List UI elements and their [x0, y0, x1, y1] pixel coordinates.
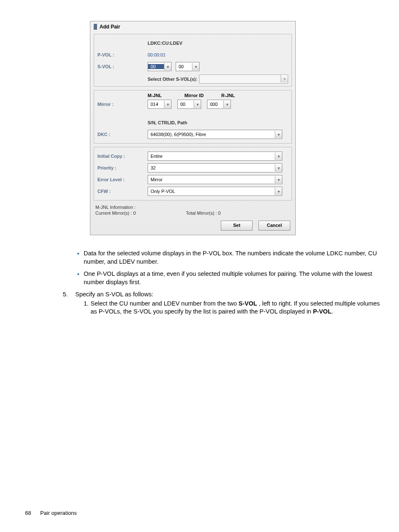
mjnl-info-label: M-JNL Information : — [95, 205, 136, 210]
ldkc-header: LDKC:CU:LDEV — [148, 41, 182, 46]
options-section: Initial Copy : Entire Priority : 32 Erro… — [94, 147, 292, 200]
mirrorid-select[interactable]: 00 — [177, 100, 201, 109]
dkc-select[interactable]: 64038(00), 6(P9500), Fibre — [148, 130, 282, 139]
current-mirrors: Current Mirror(s) : 0 — [95, 211, 136, 216]
mjnl-select[interactable]: 014 — [148, 100, 171, 109]
error-level-label: Error Level : — [97, 177, 148, 182]
chevron-down-icon — [194, 100, 201, 108]
dialog-titlebar: Add Pair — [90, 21, 295, 32]
dialog-title: Add Pair — [100, 24, 120, 30]
pvol-label: P-VOL : — [97, 52, 148, 57]
bullet-1: Data for the selected volume displays in… — [84, 249, 385, 266]
rjnl-header: R-JNL — [221, 93, 235, 98]
svol-ldev-select[interactable]: 00 — [176, 62, 200, 71]
cancel-button[interactable]: Cancel — [258, 221, 290, 231]
set-button[interactable]: Set — [221, 221, 253, 231]
sn-ctrlid-path-header: S/N, CTRLID, Path — [148, 120, 187, 125]
sub1-part-a: Select the CU number and LDEV number fro… — [91, 300, 239, 307]
priority-label: Priority : — [97, 165, 148, 170]
sub1-part-c: . — [332, 308, 333, 315]
mjnl-value: 014 — [148, 102, 164, 107]
step5-text: Specify an S-VOL as follows: — [75, 290, 153, 299]
substep1-number: 1. — [84, 300, 91, 316]
chevron-down-icon — [275, 188, 282, 195]
sub1-bold-pvol: P-VOL — [313, 308, 331, 315]
select-other-svol-dropdown[interactable] — [199, 75, 288, 84]
priority-select[interactable]: 32 — [148, 163, 282, 172]
cfw-label: CFW : — [97, 189, 148, 194]
chevron-down-icon — [275, 152, 282, 160]
mirrorid-header: Mirror ID — [184, 93, 210, 98]
mjnl-header: M-JNL — [148, 93, 173, 98]
rjnl-value: 000 — [207, 102, 223, 107]
total-mirrors: Total Mirror(s) : 0 — [186, 211, 221, 216]
volume-section: LDKC:CU:LDEV P-VOL : 00:00:01 S-VOL : 00… — [94, 34, 292, 87]
priority-value: 32 — [148, 165, 275, 170]
dkc-value: 64038(00), 6(P9500), Fibre — [148, 132, 275, 137]
chevron-down-icon — [164, 100, 171, 108]
bullet-2: One P-VOL displays at a time, even if yo… — [84, 270, 385, 286]
sub1-bold-svol: S-VOL — [238, 300, 257, 307]
rjnl-select[interactable]: 000 — [207, 100, 231, 109]
page-number: 68 — [25, 510, 31, 516]
mjnl-information: M-JNL Information : Current Mirror(s) : … — [95, 205, 290, 216]
svol-ldev-value: 00 — [176, 64, 192, 69]
svol-label: S-VOL : — [97, 64, 148, 69]
mirrorid-value: 00 — [178, 102, 194, 107]
title-marker-icon — [94, 24, 97, 30]
chevron-down-icon — [164, 63, 171, 70]
mirror-section: M-JNL Mirror ID R-JNL Mirror : 014 00 00… — [94, 90, 292, 144]
footer-section: Pair operations — [40, 510, 77, 516]
error-level-value: Mirror — [148, 177, 275, 182]
chevron-down-icon — [281, 75, 288, 82]
add-pair-dialog: Add Pair LDKC:CU:LDEV P-VOL : 00:00:01 S… — [90, 21, 296, 235]
chevron-down-icon — [275, 176, 282, 183]
pvol-value: 00:00:01 — [148, 52, 166, 57]
page-footer: 68 Pair operations — [25, 510, 77, 516]
step5-number: 5. — [63, 290, 75, 299]
document-body: Data for the selected volume displays in… — [50, 249, 385, 316]
error-level-select[interactable]: Mirror — [148, 175, 282, 184]
initial-copy-value: Entire — [148, 154, 275, 159]
mirror-label: Mirror : — [97, 102, 148, 107]
cfw-select[interactable]: Only P-VOL — [148, 187, 282, 196]
initial-copy-label: Initial Copy : — [97, 154, 148, 159]
substep1-text: Select the CU number and LDEV number fro… — [91, 300, 385, 316]
dkc-label: DKC : — [97, 132, 148, 137]
chevron-down-icon — [192, 63, 199, 70]
svol-cu-select[interactable]: 00 — [148, 62, 171, 71]
cfw-value: Only P-VOL — [148, 189, 275, 194]
chevron-down-icon — [275, 131, 282, 138]
chevron-down-icon — [275, 164, 282, 172]
chevron-down-icon — [223, 100, 230, 108]
svol-cu-value: 00 — [148, 64, 164, 69]
select-other-svol-label: Select Other S-VOL(s): — [148, 77, 197, 82]
initial-copy-select[interactable]: Entire — [148, 152, 282, 161]
